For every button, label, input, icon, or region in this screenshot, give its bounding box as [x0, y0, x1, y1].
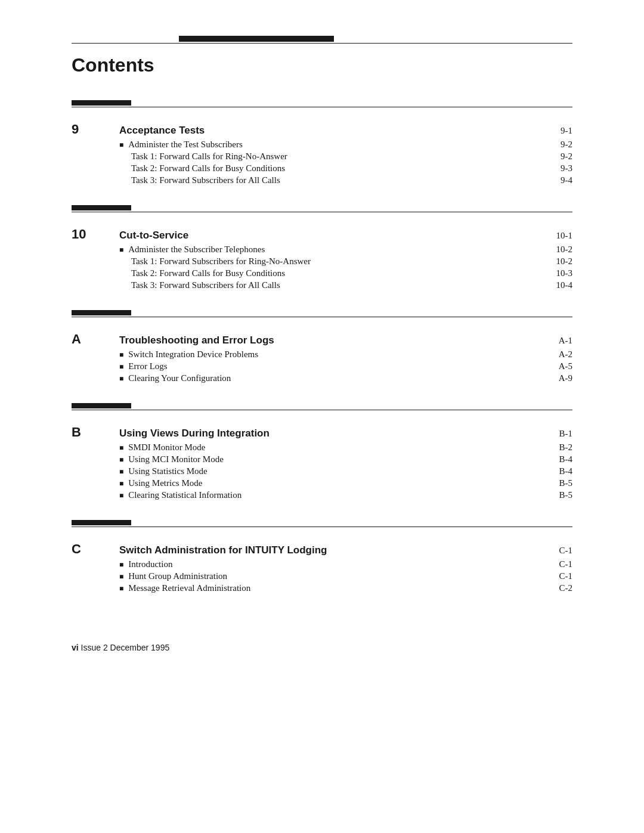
section-rule-1 — [72, 205, 572, 212]
entry-row-0-0: ■Administer the Test Subscribers9-2 — [119, 140, 572, 150]
entry-page-3-4: B-5 — [537, 490, 572, 500]
section-thick-bar-4 — [72, 520, 131, 525]
entry-row-3-4: ■Clearing Statistical InformationB-5 — [119, 490, 572, 500]
entry-row-3-1: ■Using MCI Monitor ModeB-4 — [119, 454, 572, 465]
bullet-icon-2-0: ■ — [119, 351, 123, 360]
sub-entry-row-1-0-0: Task 1: Forward Subscribers for Ring-No-… — [119, 256, 572, 267]
entry-row-4-2: ■Message Retrieval AdministrationC-2 — [119, 583, 572, 593]
entry-label-3-4: Clearing Statistical Information — [128, 490, 242, 500]
entry-row-1-0: ■Administer the Subscriber Telephones10-… — [119, 244, 572, 255]
top-rule-container — [72, 36, 572, 44]
entry-row-2-2: ■Clearing Your ConfigurationA-9 — [119, 373, 572, 383]
sub-entry-row-1-0-1: Task 2: Forward Calls for Busy Condition… — [119, 268, 572, 278]
bullet-icon-3-2: ■ — [119, 467, 123, 476]
section-number-3: B — [72, 425, 119, 440]
page-title: Contents — [72, 54, 572, 76]
sub-entry-page-0-0-1: 9-3 — [537, 163, 572, 174]
sub-entry-row-0-0-2: Task 3: Forward Subscribers for All Call… — [119, 175, 572, 185]
entry-row-4-0: ■IntroductionC-1 — [119, 559, 572, 569]
section-content-4: CSwitch Administration for INTUITY Lodgi… — [72, 532, 572, 613]
section-page-2: A-1 — [537, 336, 572, 346]
bullet-icon-0-0: ■ — [119, 141, 123, 150]
entry-left-3-4: ■Clearing Statistical Information — [119, 490, 537, 500]
bullet-icon-3-0: ■ — [119, 444, 123, 453]
entry-row-3-3: ■Using Metrics ModeB-5 — [119, 478, 572, 488]
section-heading-row-0: 9Acceptance Tests9-1 — [72, 122, 572, 137]
entries-container-4: ■IntroductionC-1■Hunt Group Administrati… — [72, 559, 572, 593]
entry-row-3-2: ■Using Statistics ModeB-4 — [119, 466, 572, 476]
entries-container-3: ■SMDI Monitor ModeB-2■Using MCI Monitor … — [72, 442, 572, 500]
section-heading-row-2: ATroubleshooting and Error LogsA-1 — [72, 332, 572, 347]
section-page-4: C-1 — [537, 546, 572, 556]
entry-left-1-0: ■Administer the Subscriber Telephones — [119, 244, 537, 255]
section-page-0: 9-1 — [537, 126, 572, 136]
bullet-icon-2-2: ■ — [119, 374, 123, 383]
section-heading-row-3: BUsing Views During IntegrationB-1 — [72, 425, 572, 440]
section-thick-bar-3 — [72, 403, 131, 408]
sub-entry-row-0-0-1: Task 2: Forward Calls for Busy Condition… — [119, 163, 572, 174]
entry-left-3-0: ■SMDI Monitor Mode — [119, 442, 537, 453]
entry-label-4-2: Message Retrieval Administration — [128, 583, 250, 593]
section-full-rule-4 — [72, 527, 572, 527]
bullet-icon-1-0: ■ — [119, 246, 123, 255]
entry-row-2-1: ■Error LogsA-5 — [119, 361, 572, 371]
entry-left-4-2: ■Message Retrieval Administration — [119, 583, 537, 593]
sub-entry-label-1-0-0: Task 1: Forward Subscribers for Ring-No-… — [131, 256, 537, 267]
sub-entry-label-0-0-0: Task 1: Forward Calls for Ring-No-Answer — [131, 151, 537, 162]
section-heading-text-4: Switch Administration for INTUITY Lodgin… — [119, 544, 537, 556]
section-content-0: 9Acceptance Tests9-1■Administer the Test… — [72, 112, 572, 205]
entries-container-2: ■Switch Integration Device ProblemsA-2■E… — [72, 349, 572, 383]
entry-page-3-2: B-4 — [537, 466, 572, 476]
section-number-2: A — [72, 332, 119, 347]
footer-prefix: vi — [72, 643, 79, 652]
bullet-icon-4-0: ■ — [119, 561, 123, 569]
section-rule-2 — [72, 310, 572, 317]
entry-page-4-0: C-1 — [537, 559, 572, 569]
section-heading-text-1: Cut-to-Service — [119, 230, 537, 241]
entry-left-3-3: ■Using Metrics Mode — [119, 478, 537, 488]
section-number-0: 9 — [72, 122, 119, 137]
entry-left-4-0: ■Introduction — [119, 559, 537, 569]
sub-entry-page-0-0-2: 9-4 — [537, 175, 572, 185]
entry-page-4-1: C-1 — [537, 571, 572, 581]
footer: vi Issue 2 December 1995 — [72, 643, 572, 652]
entry-label-2-1: Error Logs — [128, 361, 167, 371]
entry-label-3-0: SMDI Monitor Mode — [128, 442, 205, 453]
entry-page-3-3: B-5 — [537, 478, 572, 488]
section-heading-text-2: Troubleshooting and Error Logs — [119, 335, 537, 346]
sub-entry-page-1-0-2: 10-4 — [537, 280, 572, 290]
section-thick-bar-1 — [72, 205, 131, 210]
section-rule-0 — [72, 100, 572, 107]
sub-entry-page-0-0-0: 9-2 — [537, 151, 572, 162]
entry-label-3-2: Using Statistics Mode — [128, 466, 208, 476]
bullet-icon-2-1: ■ — [119, 363, 123, 371]
section-full-rule-3 — [72, 410, 572, 410]
entry-page-4-2: C-2 — [537, 583, 572, 593]
section-thick-bar-2 — [72, 310, 131, 315]
entry-left-3-2: ■Using Statistics Mode — [119, 466, 537, 476]
section-c: CSwitch Administration for INTUITY Lodgi… — [72, 520, 572, 613]
entry-left-2-1: ■Error Logs — [119, 361, 537, 371]
entry-page-1-0: 10-2 — [537, 244, 572, 255]
section-full-rule-0 — [72, 107, 572, 107]
entry-label-4-1: Hunt Group Administration — [128, 571, 227, 581]
entry-row-4-1: ■Hunt Group AdministrationC-1 — [119, 571, 572, 581]
section-rule-4 — [72, 520, 572, 527]
sub-entry-label-0-0-2: Task 3: Forward Subscribers for All Call… — [131, 175, 537, 185]
sub-entry-row-1-0-2: Task 3: Forward Subscribers for All Call… — [119, 280, 572, 290]
section-heading-row-4: CSwitch Administration for INTUITY Lodgi… — [72, 541, 572, 557]
section-thick-bar-0 — [72, 100, 131, 106]
entry-label-1-0: Administer the Subscriber Telephones — [128, 244, 265, 255]
entry-label-0-0: Administer the Test Subscribers — [128, 140, 243, 150]
section-b: BUsing Views During IntegrationB-1■SMDI … — [72, 403, 572, 520]
bullet-icon-3-4: ■ — [119, 491, 123, 500]
entry-label-2-0: Switch Integration Device Problems — [128, 349, 258, 360]
entry-row-2-0: ■Switch Integration Device ProblemsA-2 — [119, 349, 572, 360]
entry-left-4-1: ■Hunt Group Administration — [119, 571, 537, 581]
entry-left-2-0: ■Switch Integration Device Problems — [119, 349, 537, 360]
section-full-rule-2 — [72, 317, 572, 317]
sub-entry-label-1-0-1: Task 2: Forward Calls for Busy Condition… — [131, 268, 537, 278]
sections-container: 9Acceptance Tests9-1■Administer the Test… — [72, 100, 572, 613]
section-heading-row-1: 10Cut-to-Service10-1 — [72, 227, 572, 242]
bullet-icon-4-2: ■ — [119, 584, 123, 593]
